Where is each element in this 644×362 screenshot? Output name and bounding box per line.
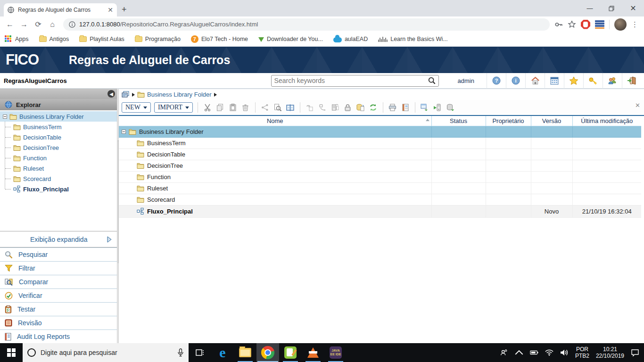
bookmark-folder-playlist[interactable]: Playlist Aulas <box>79 36 124 42</box>
collapse-expander-icon[interactable] <box>3 115 7 119</box>
refresh-icon[interactable] <box>369 103 378 112</box>
column-ultima-modificacao[interactable]: Última modificação <box>572 116 641 126</box>
bookmark-elo7[interactable]: 7 Elo7 Tech - Home <box>191 35 248 43</box>
window-restore-button[interactable] <box>601 0 622 16</box>
extension-icon[interactable] <box>595 20 604 29</box>
adblock-extension-icon[interactable] <box>581 20 590 29</box>
bookmark-aulaead[interactable]: aulaEAD <box>333 36 368 42</box>
logout-button[interactable] <box>622 73 641 89</box>
notification-center-icon[interactable] <box>631 348 639 357</box>
sidebar-item-filtrar[interactable]: Filtrar <box>0 261 117 275</box>
task-view-button[interactable] <box>189 343 211 362</box>
checkout-icon[interactable] <box>318 103 327 112</box>
forward-button[interactable]: → <box>18 18 30 31</box>
db-update-icon[interactable] <box>356 103 365 112</box>
bookmark-downloader[interactable]: Downloader de You... <box>258 36 323 42</box>
tree-item-root[interactable]: Business Library Folder <box>0 111 117 122</box>
column-nome[interactable]: Nome <box>119 116 431 126</box>
bookmark-cisco[interactable]: Learn the Basics Wi... <box>378 36 448 42</box>
taskbar-file-explorer[interactable] <box>234 343 256 362</box>
expanded-view-toggle[interactable]: Exibição expandida <box>0 231 117 247</box>
collapse-expander-icon[interactable] <box>122 130 126 134</box>
report-icon[interactable] <box>401 103 410 112</box>
table-row[interactable]: Business Library Folder <box>119 126 641 137</box>
profile-avatar[interactable] <box>614 18 627 31</box>
browser-menu-icon[interactable]: ⋮ <box>631 20 638 29</box>
undo-checkout-icon[interactable] <box>305 103 314 112</box>
keyword-search[interactable] <box>271 75 439 87</box>
taskbar-edge[interactable]: e <box>211 343 234 362</box>
password-key-icon[interactable] <box>554 20 563 29</box>
bookmark-folder-programacao[interactable]: Programação <box>135 36 181 42</box>
tree-item-function[interactable]: Function <box>0 153 117 163</box>
language-indicator[interactable]: PORPTB2 <box>575 346 589 359</box>
table-row[interactable]: Ruleset <box>119 182 641 194</box>
calendar-button[interactable] <box>545 73 564 89</box>
tree-item-scorecard[interactable]: Scorecard <box>0 173 117 184</box>
home-button[interactable] <box>525 73 545 89</box>
cut-icon[interactable] <box>203 103 212 112</box>
import-button[interactable]: IMPORT <box>154 102 193 113</box>
sidebar-item-pesquisar[interactable]: Pesquisar <box>0 247 117 261</box>
taskbar-search[interactable]: Digite aqui para pesquisar <box>23 343 189 362</box>
microphone-icon[interactable] <box>177 348 184 357</box>
bookmark-star-icon[interactable] <box>568 20 576 29</box>
window-close-button[interactable]: ✕ <box>622 0 644 16</box>
taskbar-chrome[interactable] <box>256 343 279 362</box>
properties-icon[interactable] <box>286 103 295 112</box>
site-info-icon[interactable] <box>69 21 75 28</box>
lock-icon[interactable] <box>343 103 353 112</box>
table-row[interactable]: BusinessTerm <box>119 137 641 148</box>
battery-icon[interactable] <box>530 348 538 357</box>
table-row[interactable]: DecisionTree <box>119 160 641 171</box>
key-button[interactable] <box>583 73 603 89</box>
sidebar-item-audit-log[interactable]: Audit Log Reports <box>0 329 117 343</box>
table-row-fluxo-principal[interactable]: Fluxo_Principal Novo21/10/19 16:32:04 <box>119 205 641 217</box>
breadcrumb-arrow-icon[interactable] <box>214 93 217 97</box>
explore-header[interactable]: Explorar <box>0 99 117 110</box>
search-input[interactable] <box>274 77 428 84</box>
preview-icon[interactable] <box>273 103 282 112</box>
home-button[interactable]: ⌂ <box>46 18 58 31</box>
tree-item-ruleset[interactable]: Ruleset <box>0 163 117 173</box>
paste-icon[interactable] <box>228 103 238 112</box>
share-icon[interactable] <box>260 103 270 112</box>
hidden-icons-chevron-icon[interactable] <box>515 348 523 357</box>
taskbar-eclipse[interactable]: JAVA EE IDE <box>324 343 347 362</box>
people-icon[interactable] <box>500 348 508 357</box>
browser-tab[interactable]: Regras de Aluguel de Carros ✕ <box>4 3 117 16</box>
new-tab-button[interactable]: + <box>122 5 127 15</box>
column-status[interactable]: Status <box>431 116 486 126</box>
new-button[interactable]: NEW <box>122 102 151 113</box>
panel-splitter[interactable] <box>117 89 119 343</box>
sidebar-item-comparar[interactable]: Comparar <box>0 275 117 288</box>
back-button[interactable]: ← <box>4 18 16 31</box>
help-button[interactable]: ? <box>487 73 506 89</box>
print-icon[interactable] <box>388 103 397 112</box>
db-export-icon[interactable] <box>446 103 455 112</box>
sidebar-item-verificar[interactable]: Verificar <box>0 288 117 302</box>
copy-icon[interactable] <box>215 103 225 112</box>
window-minimize-button[interactable]: — <box>579 0 601 16</box>
table-row[interactable]: DecisionTable <box>119 148 641 160</box>
tree-item-fluxo-principal[interactable]: Fluxo_Principal <box>0 184 117 194</box>
checkin-icon[interactable] <box>330 103 340 112</box>
bookmark-apps[interactable]: Apps <box>5 35 29 43</box>
table-row[interactable]: Scorecard <box>119 194 641 205</box>
info-button[interactable]: i <box>506 73 525 89</box>
delete-icon[interactable] <box>241 103 250 112</box>
wifi-icon[interactable] <box>545 348 553 357</box>
search-icon[interactable] <box>428 77 436 84</box>
tree-item-decisiontable[interactable]: DecisionTable <box>0 132 117 142</box>
breadcrumb-item[interactable]: Business Library Folder <box>147 91 212 98</box>
bookmark-folder-antigos[interactable]: Antigos <box>39 36 69 42</box>
clock[interactable]: 10:2122/10/2019 <box>596 346 624 359</box>
close-panel-icon[interactable]: ✕ <box>635 102 640 109</box>
repository-icon[interactable] <box>122 91 130 98</box>
sidebar-item-revisao[interactable]: Revisão <box>0 316 117 329</box>
address-bar[interactable]: 127.0.0.1:8080/RepositorioCarro.RegrasAl… <box>63 18 550 31</box>
taskbar-notepadpp[interactable] <box>279 343 302 362</box>
volume-icon[interactable] <box>560 348 569 357</box>
tab-close-icon[interactable]: ✕ <box>107 7 113 13</box>
reload-button[interactable]: ⟳ <box>32 18 44 31</box>
